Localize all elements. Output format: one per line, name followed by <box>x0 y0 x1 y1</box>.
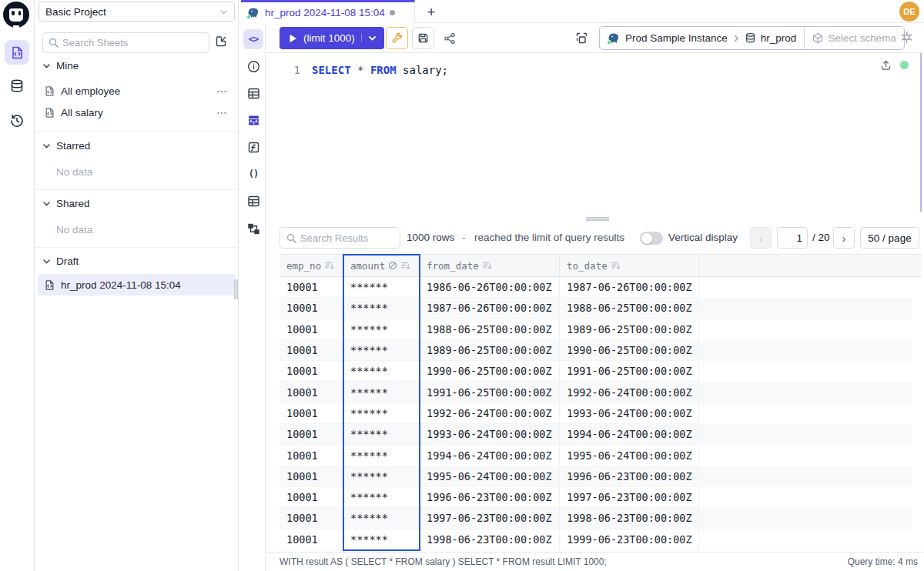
cell-from_date[interactable]: 1990-06-25T00:00:00Z <box>420 361 560 382</box>
cell-amount[interactable]: ****** <box>343 445 420 466</box>
cell-to_date[interactable]: 1997-06-23T00:00:00Z <box>560 487 699 508</box>
nav-worksheets-button[interactable] <box>5 40 29 65</box>
result-search-input[interactable] <box>300 232 393 244</box>
more-actions-icon[interactable]: ⋯ <box>216 106 236 119</box>
cell-to_date[interactable]: 1992-06-24T00:00:00Z <box>560 382 699 402</box>
cell-emp_no[interactable]: 10001 <box>280 466 343 487</box>
sort-icon[interactable] <box>400 261 410 270</box>
cell-to_date[interactable]: 1995-06-24T00:00:00Z <box>560 445 699 466</box>
sql-editor[interactable]: 1 SELECT * FROM salary; <box>266 53 924 216</box>
run-options-chevron-icon[interactable] <box>361 34 377 42</box>
panel-brackets-button[interactable]: () <box>243 164 263 184</box>
new-tab-button[interactable]: + <box>421 2 441 22</box>
panel-result-table-button[interactable] <box>243 191 263 211</box>
sort-icon[interactable] <box>482 261 492 270</box>
schema-select[interactable]: Select schema <box>804 27 904 49</box>
batch-query-button[interactable] <box>571 27 593 49</box>
page-number-input[interactable] <box>777 227 808 249</box>
ai-assistant-button[interactable] <box>899 30 914 45</box>
import-sheet-icon[interactable] <box>214 35 228 48</box>
cell-from_date[interactable]: 1989-06-25T00:00:00Z <box>420 340 560 361</box>
vertical-display-toggle[interactable] <box>640 232 663 245</box>
format-sql-button[interactable] <box>386 27 408 49</box>
sheet-search-input[interactable] <box>62 37 203 48</box>
cell-amount[interactable]: ****** <box>343 466 420 487</box>
cell-emp_no[interactable]: 10001 <box>280 487 343 508</box>
sheet-item-all-employee[interactable]: All employee ⋯ <box>38 80 236 102</box>
cell-to_date[interactable]: 1987-06-26T00:00:00Z <box>560 277 699 298</box>
sort-icon[interactable] <box>324 261 334 270</box>
tab-hr-prod[interactable]: hr_prod 2024-11-08 15:04 <box>241 0 415 23</box>
bytebase-logo[interactable] <box>3 2 29 28</box>
panel-data-masking-button[interactable] <box>243 110 263 130</box>
cell-to_date[interactable]: 1998-06-23T00:00:00Z <box>560 508 699 529</box>
upload-icon[interactable] <box>880 59 892 71</box>
cell-from_date[interactable]: 1991-06-25T00:00:00Z <box>420 382 560 402</box>
cell-from_date[interactable]: 1997-06-23T00:00:00Z <box>420 508 560 529</box>
instance-database-select[interactable]: Prod Sample Instance hr_prod <box>600 27 804 49</box>
column-header-to_date[interactable]: to_date <box>560 255 699 276</box>
cell-from_date[interactable]: 1996-06-23T00:00:00Z <box>420 487 560 508</box>
column-header-amount[interactable]: amount <box>343 255 420 276</box>
cell-emp_no[interactable]: 10001 <box>280 529 343 550</box>
panel-functions-button[interactable] <box>243 137 263 157</box>
next-page-button[interactable]: › <box>833 227 855 249</box>
nav-history-button[interactable] <box>5 109 29 133</box>
cell-from_date[interactable]: 1995-06-24T00:00:00Z <box>420 466 560 487</box>
sheet-search[interactable] <box>42 32 209 53</box>
cell-amount[interactable]: ****** <box>343 340 420 361</box>
cell-amount[interactable]: ****** <box>343 508 420 529</box>
page-size-select[interactable]: 50 / page <box>860 227 919 249</box>
column-header-from_date[interactable]: from_date <box>420 255 560 276</box>
cell-from_date[interactable]: 1994-06-24T00:00:00Z <box>420 445 560 466</box>
panel-info-button[interactable] <box>243 56 263 76</box>
section-shared-header[interactable]: Shared <box>35 193 239 213</box>
cell-from_date[interactable]: 1986-06-26T00:00:00Z <box>420 277 560 298</box>
cell-emp_no[interactable]: 10001 <box>280 319 343 340</box>
prev-page-button[interactable]: ‹ <box>750 227 772 249</box>
cell-emp_no[interactable]: 10001 <box>280 277 343 298</box>
cell-from_date[interactable]: 1993-06-24T00:00:00Z <box>420 424 560 445</box>
cell-emp_no[interactable]: 10001 <box>280 508 343 529</box>
cell-amount[interactable]: ****** <box>343 487 420 508</box>
cell-emp_no[interactable]: 10001 <box>280 424 343 445</box>
cell-amount[interactable]: ****** <box>343 319 420 340</box>
cell-amount[interactable]: ****** <box>343 424 420 445</box>
cell-emp_no[interactable]: 10001 <box>280 382 343 402</box>
section-mine-header[interactable]: Mine <box>35 55 239 75</box>
cell-amount[interactable]: ****** <box>343 361 420 382</box>
cell-from_date[interactable]: 1998-06-23T00:00:00Z <box>420 529 560 550</box>
cell-emp_no[interactable]: 10001 <box>280 298 343 319</box>
share-sheet-button[interactable] <box>438 27 460 49</box>
section-draft-header[interactable]: Draft <box>35 251 239 271</box>
panel-tables-button[interactable] <box>243 83 263 103</box>
cell-to_date[interactable]: 1994-06-24T00:00:00Z <box>560 424 699 445</box>
result-search[interactable] <box>280 227 400 249</box>
cell-to_date[interactable]: 1993-06-24T00:00:00Z <box>560 403 699 424</box>
cell-amount[interactable]: ****** <box>343 277 420 298</box>
cell-from_date[interactable]: 1992-06-24T00:00:00Z <box>420 403 560 424</box>
save-sheet-button[interactable] <box>412 27 434 49</box>
sort-icon[interactable] <box>611 261 621 270</box>
sidebar-resize-handle[interactable] <box>234 279 238 299</box>
cell-to_date[interactable]: 1991-06-25T00:00:00Z <box>560 361 699 382</box>
cell-to_date[interactable]: 1996-06-23T00:00:00Z <box>560 466 699 487</box>
cell-from_date[interactable]: 1988-06-25T00:00:00Z <box>420 319 560 340</box>
cell-emp_no[interactable]: 10001 <box>280 445 343 466</box>
cell-from_date[interactable]: 1987-06-26T00:00:00Z <box>420 298 560 319</box>
run-query-button[interactable]: (limit 1000) <box>280 27 384 49</box>
cell-amount[interactable]: ****** <box>343 298 420 319</box>
cell-amount[interactable]: ****** <box>343 529 420 550</box>
cell-to_date[interactable]: 1988-06-25T00:00:00Z <box>560 298 699 319</box>
panel-schema-diagram-button[interactable] <box>243 219 263 239</box>
cell-emp_no[interactable]: 10001 <box>280 340 343 361</box>
cell-emp_no[interactable]: 10001 <box>280 403 343 424</box>
project-select[interactable]: Basic Project <box>38 2 235 22</box>
sheet-item-all-salary[interactable]: All salary ⋯ <box>38 102 236 123</box>
editor-results-splitter[interactable] <box>266 216 924 222</box>
sheet-item-draft[interactable]: hr_prod 2024-11-08 15:04 <box>38 274 236 296</box>
column-header-emp_no[interactable]: emp_no <box>280 255 343 276</box>
user-avatar[interactable]: DE <box>899 2 919 22</box>
section-starred-header[interactable]: Starred <box>35 135 239 155</box>
cell-amount[interactable]: ****** <box>343 382 420 402</box>
